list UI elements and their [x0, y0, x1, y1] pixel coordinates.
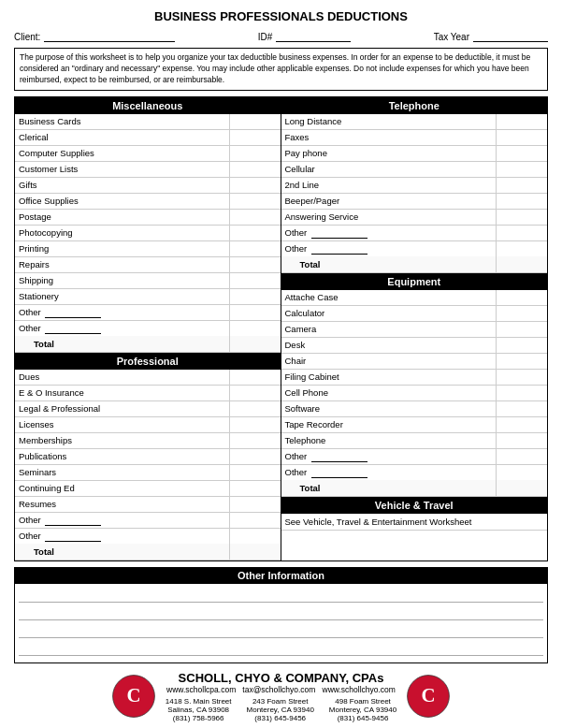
item-label: Other: [281, 242, 497, 255]
item-label: Seminars: [15, 466, 229, 478]
other-info-line-3[interactable]: [19, 623, 543, 638]
item-value[interactable]: [229, 305, 281, 320]
tel-total-value[interactable]: [496, 256, 547, 272]
client-value[interactable]: [44, 31, 175, 42]
item-value[interactable]: [229, 386, 281, 400]
item-value[interactable]: [229, 146, 281, 161]
footer: C SCHOLL, CHYO & COMPANY, CPAs www.schol…: [14, 671, 548, 722]
item-value[interactable]: [496, 210, 547, 225]
item-label: Customer Lists: [15, 163, 229, 175]
addr-phone: (831) 758-5966: [166, 714, 232, 722]
equip-total-value[interactable]: [496, 480, 547, 496]
item-value[interactable]: [496, 306, 547, 321]
item-value[interactable]: [496, 178, 547, 193]
other-info-line-4[interactable]: [19, 641, 543, 656]
item-value[interactable]: [229, 226, 281, 240]
item-value[interactable]: [496, 465, 547, 480]
item-label: Gifts: [15, 179, 229, 191]
item-value[interactable]: [496, 194, 547, 209]
addr-street: 243 Foam Street: [247, 697, 314, 706]
item-value[interactable]: [229, 210, 281, 225]
client-label: Client:: [14, 32, 40, 42]
other-info-line-1[interactable]: [19, 588, 543, 603]
tel-total-label: Total: [281, 258, 497, 270]
footer-address: 498 Foam StreetMonterey, CA 93940(831) 6…: [329, 697, 396, 722]
list-item: Publications: [15, 449, 281, 465]
list-item: Photocopying: [15, 226, 281, 241]
item-value[interactable]: [496, 338, 547, 353]
prof-total-value[interactable]: [229, 544, 281, 560]
misc-total-value[interactable]: [229, 336, 281, 352]
item-value[interactable]: [496, 322, 547, 337]
list-item: Answering Service: [281, 210, 548, 226]
list-item: Customer Lists: [15, 162, 281, 178]
logo-left: C: [111, 674, 156, 719]
item-value[interactable]: [229, 194, 281, 209]
item-value[interactable]: [229, 481, 281, 496]
item-value[interactable]: [496, 290, 547, 305]
item-value[interactable]: [496, 433, 547, 448]
item-value[interactable]: [496, 226, 547, 240]
item-value[interactable]: [229, 130, 281, 145]
item-value[interactable]: [496, 401, 547, 416]
professional-items: DuesE & O InsuranceLegal & ProfessionalL…: [15, 370, 281, 544]
item-value[interactable]: [229, 497, 281, 512]
item-value[interactable]: [496, 417, 547, 432]
list-item: Other: [15, 513, 281, 529]
item-value[interactable]: [496, 449, 547, 464]
item-value[interactable]: [229, 513, 281, 528]
item-value[interactable]: [229, 417, 281, 432]
item-label: Photocopying: [15, 226, 229, 239]
item-value[interactable]: [229, 257, 281, 272]
item-label: Faxes: [281, 131, 497, 143]
item-value[interactable]: [496, 354, 547, 369]
item-value[interactable]: [229, 401, 281, 416]
footer-website1: www.schollcpa.com: [166, 685, 236, 694]
item-value[interactable]: [229, 321, 281, 336]
list-item: Faxes: [281, 130, 548, 146]
item-value[interactable]: [229, 529, 281, 544]
list-item: Pay phone: [281, 146, 548, 162]
id-value[interactable]: [276, 31, 351, 42]
item-label: Publications: [15, 450, 229, 462]
main-grid: Miscellaneous Business CardsClericalComp…: [14, 96, 548, 561]
addr-city: Monterey, CA 93940: [329, 706, 396, 714]
item-value[interactable]: [229, 273, 281, 288]
item-value[interactable]: [229, 162, 281, 177]
item-value[interactable]: [229, 433, 281, 448]
list-item: Other: [281, 226, 548, 241]
item-value[interactable]: [496, 162, 547, 177]
professional-total-row: Total: [15, 544, 281, 561]
item-value[interactable]: [229, 465, 281, 480]
item-value[interactable]: [496, 386, 547, 400]
equipment-items: Attache CaseCalculatorCameraDeskChairFil…: [281, 290, 548, 480]
item-value[interactable]: [229, 178, 281, 193]
list-item: Software: [281, 401, 548, 417]
item-value[interactable]: [496, 370, 547, 385]
item-value[interactable]: [496, 130, 547, 145]
item-value[interactable]: [496, 146, 547, 161]
item-value[interactable]: [229, 241, 281, 256]
item-label: Business Cards: [15, 115, 229, 127]
item-value[interactable]: [229, 114, 281, 129]
footer-email: tax@schollchyo.com: [242, 685, 315, 694]
list-item: Dues: [15, 370, 281, 386]
item-label: Dues: [15, 371, 229, 383]
list-item: Gifts: [15, 178, 281, 194]
item-label: Desk: [281, 339, 497, 351]
item-value[interactable]: [229, 289, 281, 304]
list-item: Postage: [15, 210, 281, 226]
miscellaneous-total-row: Total: [15, 336, 281, 353]
other-info-line-2[interactable]: [19, 605, 543, 620]
item-value[interactable]: [229, 449, 281, 464]
item-value[interactable]: [496, 114, 547, 129]
item-value[interactable]: [496, 241, 547, 256]
list-item: Cell Phone: [281, 386, 548, 401]
taxyear-value[interactable]: [473, 31, 548, 42]
item-value[interactable]: [229, 370, 281, 385]
list-item: Chair: [281, 354, 548, 370]
item-label: Other: [281, 450, 497, 463]
list-item: Desk: [281, 338, 548, 354]
item-label: Printing: [15, 242, 229, 255]
svg-text:C: C: [126, 685, 140, 706]
